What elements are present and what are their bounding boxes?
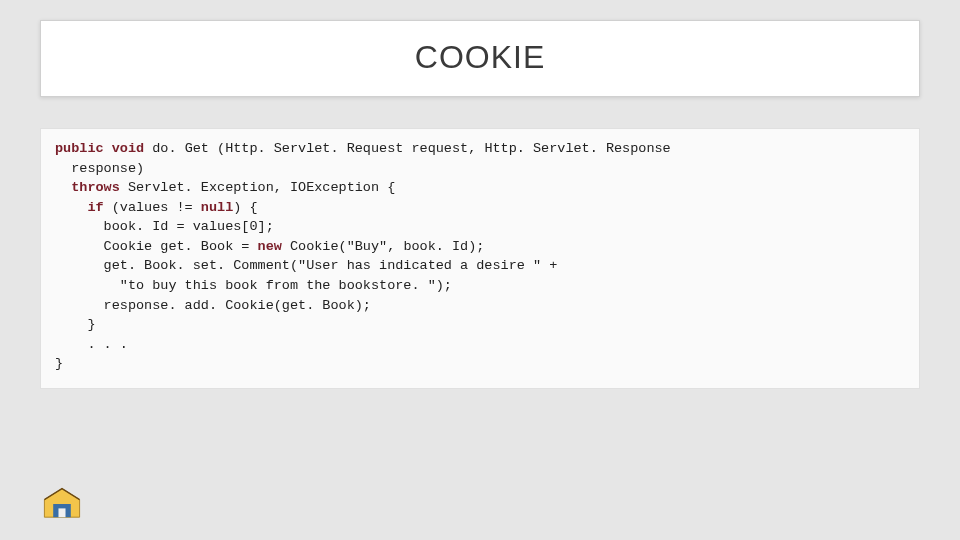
code-text: response) — [55, 161, 144, 176]
keyword-void: void — [112, 141, 144, 156]
code-text: Servlet. Exception, IOException { — [120, 180, 395, 195]
code-text: response. add. Cookie(get. Book); — [55, 298, 371, 313]
code-text: get. Book. set. Comment("User has indica… — [55, 258, 557, 273]
institution-logo-icon — [40, 482, 84, 526]
keyword-null: null — [201, 200, 233, 215]
svg-rect-1 — [58, 508, 65, 517]
code-text: } — [55, 356, 63, 371]
keyword-new: new — [258, 239, 282, 254]
keyword-throws: throws — [71, 180, 120, 195]
slide-title: COOKIE — [41, 39, 919, 76]
code-text: (values != — [104, 200, 201, 215]
code-text: "to buy this book from the bookstore. ")… — [55, 278, 452, 293]
keyword-if: if — [87, 200, 103, 215]
title-card: COOKIE — [40, 20, 920, 97]
code-content: public void do. Get (Http. Servlet. Requ… — [55, 139, 905, 374]
code-text: . . . — [55, 337, 128, 352]
code-text: Cookie get. Book = — [55, 239, 258, 254]
code-text: } — [55, 317, 96, 332]
keyword-public: public — [55, 141, 104, 156]
code-text: do. Get (Http. Servlet. Request request,… — [144, 141, 671, 156]
code-text: ) { — [233, 200, 257, 215]
code-text — [55, 200, 87, 215]
code-block: public void do. Get (Http. Servlet. Requ… — [40, 128, 920, 389]
code-text: Cookie("Buy", book. Id); — [282, 239, 485, 254]
code-text: book. Id = values[0]; — [55, 219, 274, 234]
